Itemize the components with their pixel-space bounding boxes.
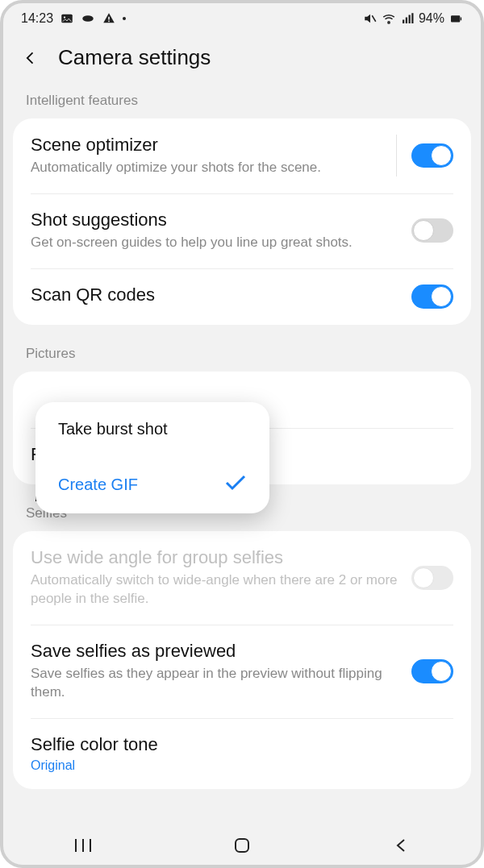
save-selfies-title: Save selfies as previewed — [31, 641, 411, 662]
svg-point-1 — [64, 16, 65, 18]
system-navbar — [3, 826, 481, 865]
popup-item-gif[interactable]: Create GIF — [35, 456, 269, 513]
svg-rect-4 — [108, 21, 110, 23]
shot-suggestions-toggle[interactable] — [411, 218, 453, 243]
header: Camera settings — [3, 31, 481, 89]
svg-rect-6 — [403, 20, 404, 24]
save-selfies-toggle[interactable] — [411, 659, 453, 683]
popup-gif-label: Create GIF — [58, 476, 138, 494]
row-scene-optimizer[interactable]: Scene optimizer Automatically optimize y… — [13, 118, 471, 193]
selfie-tone-title: Selfie color tone — [31, 734, 453, 755]
row-scan-qr[interactable]: Scan QR codes — [13, 268, 471, 325]
svg-rect-3 — [108, 17, 110, 20]
row-wide-angle-selfies[interactable]: Use wide angle for group selfies Automat… — [13, 531, 471, 625]
image-icon — [60, 11, 74, 26]
wide-angle-desc: Automatically switch to wide-angle when … — [31, 571, 411, 608]
popup-burst-label: Take burst shot — [58, 420, 168, 438]
divider — [396, 135, 397, 177]
section-label-pictures: Pictures — [3, 343, 481, 372]
battery-pct: 94% — [419, 11, 444, 26]
wifi-icon — [382, 11, 396, 26]
check-icon — [224, 474, 247, 496]
svg-rect-7 — [406, 18, 407, 24]
battery-icon — [449, 11, 463, 26]
status-right: 94% — [363, 11, 463, 26]
section-label-intelligent: Intelligent features — [3, 89, 481, 118]
alert-icon — [102, 11, 116, 26]
signal-icon — [400, 11, 415, 26]
popup-swipe-shutter: Take burst shot Create GIF — [35, 446, 269, 513]
card-intelligent: Scene optimizer Automatically optimize y… — [13, 118, 471, 325]
popup-menu: Take burst shot Create GIF — [35, 402, 269, 513]
status-bar: 14:23 94% — [3, 3, 481, 31]
scan-qr-toggle[interactable] — [411, 284, 453, 309]
wide-angle-title: Use wide angle for group selfies — [31, 547, 411, 568]
mute-icon — [363, 11, 378, 26]
recents-button[interactable] — [51, 829, 115, 862]
page-title: Camera settings — [58, 45, 211, 70]
nav-back-button[interactable] — [369, 829, 433, 862]
svg-point-2 — [82, 15, 94, 22]
row-selfie-color-tone[interactable]: Selfie color tone Original — [13, 718, 471, 789]
status-time: 14:23 — [21, 11, 53, 26]
svg-rect-9 — [411, 13, 413, 23]
card-selfies: Use wide angle for group selfies Automat… — [13, 531, 471, 789]
scan-qr-title: Scan QR codes — [31, 284, 411, 305]
svg-rect-10 — [451, 15, 460, 22]
svg-rect-15 — [236, 839, 248, 852]
svg-rect-11 — [461, 18, 462, 21]
back-button[interactable] — [19, 47, 42, 69]
status-left: 14:23 — [21, 11, 126, 26]
more-icon — [123, 17, 126, 20]
scene-optimizer-title: Scene optimizer — [31, 135, 382, 156]
shot-suggestions-title: Shot suggestions — [31, 210, 411, 230]
scene-optimizer-desc: Automatically optimize your shots for th… — [31, 159, 382, 177]
wide-angle-toggle[interactable] — [411, 566, 453, 590]
popup-item-burst[interactable]: Take burst shot — [35, 402, 269, 456]
selfie-tone-value: Original — [31, 758, 453, 773]
save-selfies-desc: Save selfies as they appear in the previ… — [31, 665, 411, 702]
row-save-selfies-previewed[interactable]: Save selfies as previewed Save selfies a… — [13, 625, 471, 718]
disc-icon — [81, 11, 95, 26]
home-button[interactable] — [210, 829, 274, 862]
row-shot-suggestions[interactable]: Shot suggestions Get on-screen guides to… — [13, 193, 471, 268]
svg-rect-8 — [408, 15, 410, 24]
shot-suggestions-desc: Get on-screen guides to help you line up… — [31, 234, 411, 252]
scene-optimizer-toggle[interactable] — [411, 143, 453, 168]
svg-line-5 — [372, 15, 376, 22]
